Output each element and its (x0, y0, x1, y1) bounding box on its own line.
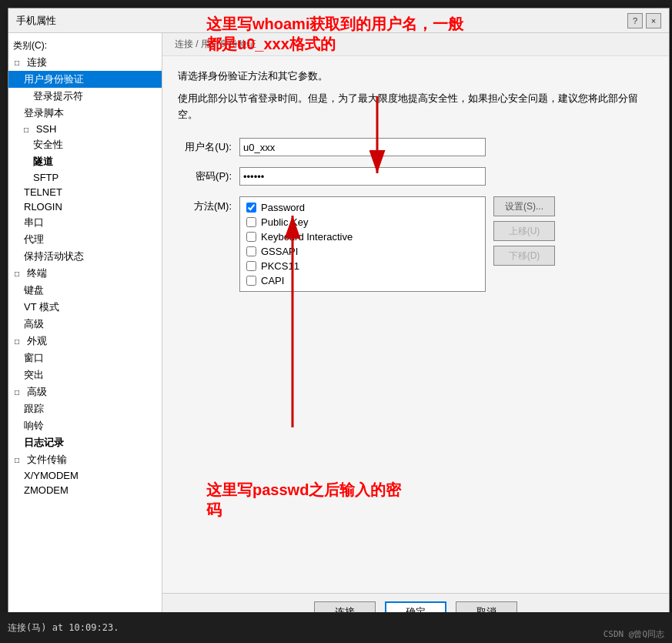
sidebar-item-keepalive[interactable]: 保持活动状态 (8, 248, 162, 265)
sidebar-item-label: 保持活动状态 (24, 249, 84, 263)
sidebar-item-label: 高级 (27, 385, 47, 399)
sidebar-item-label: RLOGIN (24, 201, 62, 213)
method-checkbox-publickey[interactable] (246, 217, 256, 227)
sidebar-item-label: 窗口 (24, 351, 44, 365)
method-checkbox-pkcs11[interactable] (246, 261, 256, 271)
method-label-publickey: Public Key (261, 216, 308, 228)
sidebar-item-label: X/YMODEM (24, 470, 79, 481)
sidebar-item-rlogin[interactable]: RLOGIN (8, 199, 162, 214)
tree-arrow: □ (15, 388, 24, 397)
sidebar-item-tunnel[interactable]: 隧道 (8, 153, 162, 170)
content-area: 连接 / 用户身份验证 请选择身份验证方法和其它参数。 使用此部分以节省登录时间… (162, 33, 669, 631)
sidebar-item-login-prompt[interactable]: 登录提示符 (8, 88, 162, 105)
method-checkbox-gssapi[interactable] (246, 246, 256, 256)
sidebar-item-label: ZMODEM (24, 484, 69, 496)
tree-arrow: □ (15, 456, 24, 464)
sidebar-item-label: 代理 (24, 233, 44, 246)
sidebar-item-window[interactable]: 窗口 (8, 350, 162, 367)
sidebar-item-sftp[interactable]: SFTP (8, 170, 162, 185)
dialog-overlay: 手机属性 ? × 类别(C): □ 连接 用户身份验证 登录提示符 (0, 0, 672, 643)
sidebar-item-xymodem[interactable]: X/YMODEM (8, 468, 162, 483)
method-label-pkcs11: PKCS11 (261, 260, 299, 272)
description-2: 使用此部分以节省登录时间。但是，为了最大限度地提高安全性，如果担心安全问题，建议… (178, 91, 654, 123)
sidebar-item-label: 日志记录 (24, 436, 64, 450)
method-option-gssapi[interactable]: GSSAPI (240, 244, 485, 259)
sidebar-item-label: 响铃 (24, 419, 44, 433)
close-button[interactable]: × (646, 13, 661, 28)
csdn-watermark: CSDN @曾Q同志 (603, 628, 664, 640)
method-checkbox-keyboard[interactable] (246, 232, 256, 242)
sidebar-item-label: 连接 (27, 55, 47, 69)
password-input[interactable] (239, 167, 486, 186)
sidebar: 类别(C): □ 连接 用户身份验证 登录提示符 登录脚本 □ SSH (8, 33, 162, 631)
sidebar-item-advanced[interactable]: □ 高级 (8, 383, 162, 400)
method-label-gssapi: GSSAPI (261, 246, 298, 257)
tree-arrow: □ (15, 337, 24, 346)
sidebar-item-security[interactable]: 安全性 (8, 136, 162, 153)
method-buttons: 设置(S)... 上移(U) 下移(D) (493, 196, 555, 266)
sidebar-item-label: 串口 (24, 216, 44, 229)
sidebar-item-label: 文件传输 (27, 453, 67, 467)
breadcrumb: 连接 / 用户身份验证 (162, 33, 669, 56)
method-row: 方法(M): Password Public Key (178, 196, 654, 292)
dialog-title: 手机属性 (16, 14, 56, 28)
method-option-pkcs11[interactable]: PKCS11 (240, 259, 485, 273)
sidebar-item-label: 终端 (27, 266, 47, 280)
method-checkbox-capi[interactable] (246, 276, 256, 286)
sidebar-item-terminal[interactable]: □ 终端 (8, 265, 162, 282)
sidebar-item-login-script[interactable]: 登录脚本 (8, 105, 162, 122)
sidebar-item-label: 高级 (24, 317, 44, 331)
method-option-password[interactable]: Password (240, 200, 485, 215)
sidebar-item-connection[interactable]: □ 连接 (8, 54, 162, 71)
sidebar-item-file-transfer[interactable]: □ 文件传输 (8, 451, 162, 468)
sidebar-item-telnet[interactable]: TELNET (8, 185, 162, 199)
sidebar-item-highlight[interactable]: 突出 (8, 367, 162, 383)
sidebar-item-label: SFTP (33, 172, 59, 183)
sidebar-item-vt-mode[interactable]: VT 模式 (8, 299, 162, 316)
username-row: 用户名(U): (178, 138, 654, 156)
sidebar-item-trace[interactable]: 跟踪 (8, 400, 162, 417)
method-option-keyboard-interactive[interactable]: Keyboard Interactive (240, 229, 485, 244)
sidebar-item-zmodem[interactable]: ZMODEM (8, 483, 162, 497)
down-button[interactable]: 下移(D) (493, 246, 555, 266)
sidebar-item-advanced-terminal[interactable]: 高级 (8, 316, 162, 333)
sidebar-item-label: TELNET (24, 186, 62, 198)
tree-arrow: □ (24, 126, 33, 134)
username-input[interactable] (239, 138, 486, 156)
sidebar-item-label: 跟踪 (24, 402, 44, 416)
sidebar-item-user-auth[interactable]: 用户身份验证 (8, 71, 162, 88)
sidebar-item-bell[interactable]: 响铃 (8, 417, 162, 434)
sidebar-item-serial[interactable]: 串口 (8, 214, 162, 231)
sidebar-item-label: VT 模式 (24, 300, 59, 314)
method-label: 方法(M): (178, 196, 239, 213)
description-1: 请选择身份验证方法和其它参数。 (178, 69, 654, 85)
sidebar-item-label: 安全性 (33, 138, 63, 152)
sidebar-item-label: 隧道 (33, 155, 53, 169)
method-box: Password Public Key Keyboard Interactive (239, 196, 486, 292)
method-option-publickey[interactable]: Public Key (240, 215, 485, 229)
tree-arrow: □ (15, 59, 24, 67)
settings-button[interactable]: 设置(S)... (493, 196, 555, 216)
method-option-capi[interactable]: CAPI (240, 273, 485, 288)
sidebar-item-label: 外观 (27, 334, 47, 348)
method-label-capi: CAPI (261, 275, 284, 286)
dialog-titlebar: 手机属性 ? × (8, 8, 669, 33)
tree-arrow: □ (15, 270, 24, 278)
password-row: 密码(P): (178, 167, 654, 186)
category-label: 类别(C): (8, 36, 162, 54)
sidebar-item-appearance[interactable]: □ 外观 (8, 333, 162, 350)
up-button[interactable]: 上移(U) (493, 221, 555, 241)
sidebar-item-ssh[interactable]: □ SSH (8, 122, 162, 136)
sidebar-item-proxy[interactable]: 代理 (8, 231, 162, 248)
minimize-button[interactable]: ? (627, 13, 643, 28)
terminal-text: 连接(马) at 10:09:23. (8, 621, 119, 635)
username-label: 用户名(U): (178, 140, 239, 154)
sidebar-item-label: 用户身份验证 (24, 72, 84, 86)
method-checkbox-password[interactable] (246, 203, 256, 213)
sidebar-item-logging[interactable]: 日志记录 (8, 434, 162, 451)
method-label-password: Password (261, 202, 305, 213)
properties-dialog: 手机属性 ? × 类别(C): □ 连接 用户身份验证 登录提示符 (8, 8, 670, 631)
password-label: 密码(P): (178, 169, 239, 183)
sidebar-item-keyboard[interactable]: 键盘 (8, 282, 162, 299)
sidebar-item-label: 突出 (24, 368, 44, 382)
